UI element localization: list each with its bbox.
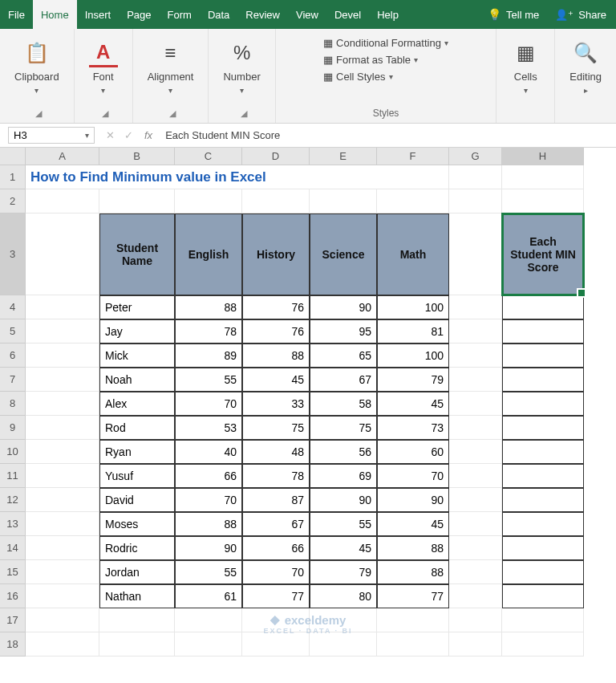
cell-science[interactable]: 80 bbox=[310, 584, 377, 608]
cell-history[interactable]: 76 bbox=[242, 295, 310, 319]
cell[interactable] bbox=[26, 416, 99, 440]
col-header-e[interactable]: E bbox=[310, 148, 377, 165]
cell-min[interactable] bbox=[502, 319, 584, 344]
cell[interactable] bbox=[26, 632, 99, 657]
cell[interactable] bbox=[26, 608, 99, 632]
cell-english[interactable]: 40 bbox=[175, 440, 242, 464]
cell-name[interactable]: Jordan bbox=[99, 560, 175, 584]
cell-min[interactable] bbox=[502, 440, 584, 464]
editing-button[interactable]: 🔍 Editing ▸ bbox=[566, 35, 605, 98]
selected-cell-h3[interactable]: Each Student MIN Score bbox=[502, 213, 584, 295]
col-header-h[interactable]: H bbox=[502, 148, 584, 165]
cell-science[interactable]: 95 bbox=[310, 319, 377, 344]
cell[interactable] bbox=[449, 608, 502, 632]
cell-science[interactable]: 58 bbox=[310, 392, 377, 416]
table-header-science[interactable]: Science bbox=[310, 213, 377, 295]
cell[interactable] bbox=[99, 632, 175, 657]
cell[interactable] bbox=[26, 295, 99, 319]
cell-history[interactable]: 33 bbox=[242, 392, 310, 416]
cell-math[interactable]: 79 bbox=[377, 368, 449, 392]
col-header-a[interactable]: A bbox=[26, 148, 99, 165]
cell[interactable] bbox=[502, 165, 584, 189]
col-header-g[interactable]: G bbox=[449, 148, 502, 165]
cell[interactable] bbox=[449, 512, 502, 536]
cell-name[interactable]: Alex bbox=[99, 392, 175, 416]
cell[interactable] bbox=[99, 189, 175, 213]
cell-min[interactable] bbox=[502, 416, 584, 440]
cell-science[interactable]: 75 bbox=[310, 416, 377, 440]
cell-history[interactable]: 67 bbox=[242, 512, 310, 536]
cell[interactable] bbox=[242, 189, 310, 213]
cell[interactable] bbox=[449, 392, 502, 416]
cell-english[interactable]: 66 bbox=[175, 464, 242, 488]
cell-english[interactable]: 55 bbox=[175, 560, 242, 584]
cell-math[interactable]: 100 bbox=[377, 344, 449, 368]
cell[interactable] bbox=[449, 319, 502, 344]
cell-name[interactable]: Peter bbox=[99, 295, 175, 319]
cell[interactable] bbox=[175, 608, 242, 632]
cell-science[interactable]: 90 bbox=[310, 488, 377, 512]
cell[interactable] bbox=[242, 632, 310, 657]
cell-min[interactable] bbox=[502, 464, 584, 488]
cell-english[interactable]: 70 bbox=[175, 392, 242, 416]
enter-icon[interactable]: ✓ bbox=[124, 129, 133, 141]
cell[interactable] bbox=[26, 344, 99, 368]
cell[interactable] bbox=[377, 189, 449, 213]
cell[interactable] bbox=[26, 560, 99, 584]
row-header[interactable]: 11 bbox=[0, 464, 26, 488]
tab-home[interactable]: Home bbox=[33, 0, 77, 29]
cell[interactable] bbox=[502, 632, 584, 657]
cell[interactable] bbox=[449, 368, 502, 392]
cell-name[interactable]: Rod bbox=[99, 416, 175, 440]
cell-math[interactable]: 45 bbox=[377, 392, 449, 416]
fx-icon[interactable]: fx bbox=[140, 129, 157, 141]
row-header[interactable]: 16 bbox=[0, 584, 26, 608]
row-header[interactable]: 7 bbox=[0, 368, 26, 392]
row-header[interactable]: 15 bbox=[0, 560, 26, 584]
cell-science[interactable]: 65 bbox=[310, 344, 377, 368]
cell[interactable] bbox=[26, 213, 99, 295]
row-header[interactable]: 12 bbox=[0, 488, 26, 512]
cell-min[interactable] bbox=[502, 368, 584, 392]
col-header-d[interactable]: D bbox=[242, 148, 310, 165]
select-all[interactable] bbox=[0, 148, 26, 165]
cell-math[interactable]: 81 bbox=[377, 319, 449, 344]
cell[interactable] bbox=[449, 632, 502, 657]
cell-min[interactable] bbox=[502, 344, 584, 368]
cell-min[interactable] bbox=[502, 392, 584, 416]
table-header-history[interactable]: History bbox=[242, 213, 310, 295]
tab-formulas[interactable]: Form bbox=[160, 0, 200, 29]
cell-english[interactable]: 88 bbox=[175, 512, 242, 536]
table-header-name[interactable]: Student Name bbox=[99, 213, 175, 295]
cell-math[interactable]: 88 bbox=[377, 536, 449, 560]
col-header-f[interactable]: F bbox=[377, 148, 449, 165]
cell[interactable] bbox=[175, 632, 242, 657]
cell[interactable] bbox=[26, 189, 99, 213]
cell[interactable] bbox=[502, 189, 584, 213]
cell-name[interactable]: Nathan bbox=[99, 584, 175, 608]
tell-me[interactable]: 💡 Tell me bbox=[481, 0, 545, 29]
cell-english[interactable]: 70 bbox=[175, 488, 242, 512]
format-as-table-button[interactable]: ▦Format as Table▾ bbox=[323, 52, 418, 67]
number-button[interactable]: % Number ▾ bbox=[220, 35, 263, 98]
cell[interactable] bbox=[449, 344, 502, 368]
cell[interactable] bbox=[26, 464, 99, 488]
cell[interactable] bbox=[449, 213, 502, 295]
row-header[interactable]: 2 bbox=[0, 189, 26, 213]
cell[interactable] bbox=[26, 536, 99, 560]
cell-name[interactable]: Ryan bbox=[99, 440, 175, 464]
cell[interactable] bbox=[26, 584, 99, 608]
cell-history[interactable]: 66 bbox=[242, 536, 310, 560]
row-header[interactable]: 10 bbox=[0, 440, 26, 464]
dialog-launcher-icon[interactable]: ◢ bbox=[35, 108, 42, 119]
cell-math[interactable]: 77 bbox=[377, 584, 449, 608]
cell-history[interactable]: 45 bbox=[242, 368, 310, 392]
cell[interactable] bbox=[377, 608, 449, 632]
row-header[interactable]: 8 bbox=[0, 392, 26, 416]
cell[interactable] bbox=[377, 632, 449, 657]
cells-button[interactable]: ▦ Cells ▾ bbox=[508, 35, 543, 98]
cell[interactable] bbox=[26, 392, 99, 416]
cell-science[interactable]: 55 bbox=[310, 512, 377, 536]
cell-name[interactable]: David bbox=[99, 488, 175, 512]
cell-math[interactable]: 70 bbox=[377, 464, 449, 488]
